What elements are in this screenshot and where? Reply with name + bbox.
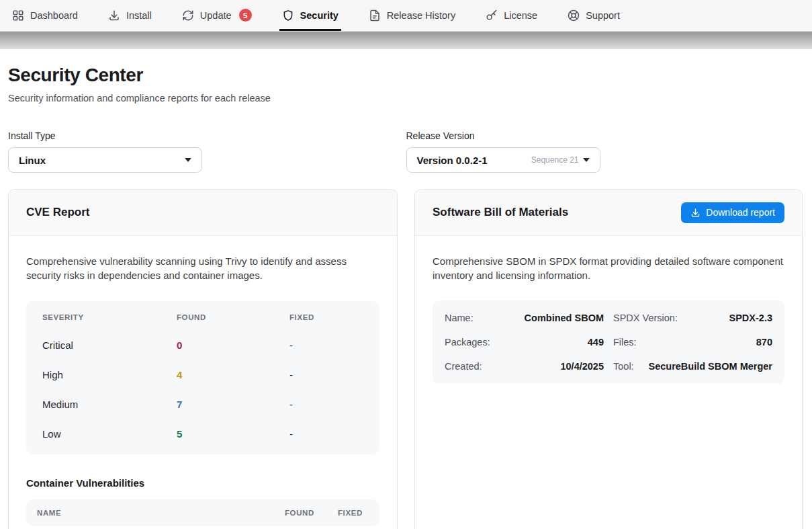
cve-report-description: Comprehensive vulnerability scanning usi… [26, 254, 379, 283]
sbom-detail-packages: Packages: 449 [445, 330, 604, 354]
sbom-card: Software Bill of Materials Download repo… [414, 189, 803, 529]
fixed-value: - [289, 428, 363, 440]
tab-release-history[interactable]: Release History [366, 0, 458, 31]
detail-value: 449 [588, 337, 604, 348]
chevron-down-icon [583, 158, 590, 162]
detail-label: Tool: [613, 361, 634, 372]
found-value: 7 [177, 399, 289, 410]
col-fixed: FIXED [338, 509, 369, 517]
sbom-row: Name: Combined SBOM SPDX Version: SPDX-2… [445, 306, 772, 330]
sbom-detail-name: Name: Combined SBOM [445, 306, 604, 330]
chevron-down-icon [185, 158, 191, 162]
fixed-value: - [289, 399, 363, 410]
page-title: Security Center [8, 65, 804, 86]
tab-license[interactable]: License [483, 0, 540, 31]
life-buoy-icon [568, 9, 580, 22]
col-found: FOUND [177, 313, 289, 321]
found-value: 4 [177, 369, 289, 380]
release-version-value: Version 0.0.2-1 [417, 155, 488, 166]
download-icon [108, 9, 120, 22]
detail-value: SecureBuild SBOM Merger [648, 361, 772, 372]
detail-label: Created: [445, 361, 482, 372]
fixed-value: - [289, 339, 363, 351]
detail-value: SPDX-2.3 [729, 313, 772, 323]
tab-label: Release History [387, 10, 455, 21]
install-type-value: Linux [19, 155, 46, 166]
found-value: 0 [177, 339, 289, 351]
sequence-label: Sequence 21 [531, 155, 579, 165]
install-type-label: Install Type [8, 130, 406, 141]
cve-report-header: CVE Report [9, 190, 397, 236]
update-count-badge: 5 [239, 9, 252, 22]
filters-row: Install Type Linux Release Version Versi… [8, 130, 804, 173]
sbom-detail-files: Files: 870 [613, 330, 772, 354]
severity-row-critical: Critical 0 - [26, 331, 379, 360]
severity-row-low: Low 5 - [26, 419, 379, 449]
sbom-detail-spdx-version: SPDX Version: SPDX-2.3 [613, 306, 772, 330]
download-report-label: Download report [706, 207, 775, 218]
severity-table-header: SEVERITY FOUND FIXED [26, 304, 379, 331]
detail-value: 870 [756, 337, 772, 348]
container-vulnerabilities-title: Container Vulnerabilities [26, 477, 379, 489]
detail-value: Combined SBOM [525, 313, 604, 323]
cve-report-title: CVE Report [26, 206, 89, 219]
shield-icon [282, 9, 294, 22]
sbom-row: Packages: 449 Files: 870 [445, 330, 772, 354]
refresh-icon [182, 9, 194, 22]
tab-label: Update [200, 10, 232, 21]
tab-label: Security [300, 10, 339, 21]
download-report-button[interactable]: Download report [681, 202, 784, 223]
key-icon [486, 9, 498, 22]
sbom-detail-created: Created: 10/4/2025 [445, 354, 604, 378]
detail-label: Files: [613, 337, 637, 348]
detail-label: Name: [445, 313, 473, 323]
release-version-select[interactable]: Version 0.0.2-1 Sequence 21 [406, 147, 600, 173]
top-navigation: Dashboard Install Update 5 Security Rele… [0, 0, 812, 32]
severity-row-high: High 4 - [26, 360, 379, 390]
tab-update[interactable]: Update 5 [179, 0, 255, 31]
cards-row: CVE Report Comprehensive vulnerability s… [8, 189, 804, 529]
page-subtitle: Security information and compliance repo… [8, 93, 804, 104]
install-type-filter: Install Type Linux [8, 130, 406, 173]
detail-label: Packages: [445, 337, 490, 348]
main-content: Security Center Security information and… [0, 65, 812, 529]
release-version-filter: Release Version Version 0.0.2-1 Sequence… [406, 130, 805, 173]
header-shadow-bar [0, 32, 812, 49]
detail-value: 10/4/2025 [560, 361, 604, 372]
release-version-label: Release Version [406, 130, 805, 141]
tab-security[interactable]: Security [279, 0, 341, 31]
install-type-select[interactable]: Linux [8, 147, 202, 173]
cve-report-body: Comprehensive vulnerability scanning usi… [9, 236, 397, 529]
tab-dashboard[interactable]: Dashboard [9, 0, 81, 31]
file-text-icon [369, 9, 381, 22]
tab-support[interactable]: Support [565, 0, 623, 31]
severity-label: Critical [42, 339, 177, 351]
col-fixed: FIXED [289, 313, 363, 321]
container-vulnerabilities-header: NAME FOUND FIXED [26, 499, 379, 526]
tab-label: License [504, 10, 537, 21]
tab-label: Dashboard [30, 10, 78, 21]
sbom-row: Created: 10/4/2025 Tool: SecureBuild SBO… [445, 354, 772, 378]
col-name: NAME [37, 509, 285, 517]
severity-label: Medium [42, 399, 177, 410]
tab-label: Install [126, 10, 152, 21]
sbom-body: Comprehensive SBOM in SPDX format provid… [415, 236, 802, 402]
dashboard-icon [12, 9, 24, 22]
found-value: 5 [177, 428, 289, 440]
sbom-title: Software Bill of Materials [433, 206, 568, 219]
tab-label: Support [586, 10, 620, 21]
download-icon [690, 208, 701, 218]
detail-label: SPDX Version: [613, 313, 678, 323]
sbom-header: Software Bill of Materials Download repo… [415, 190, 802, 236]
col-severity: SEVERITY [42, 313, 177, 321]
tab-install[interactable]: Install [105, 0, 154, 31]
cve-report-card: CVE Report Comprehensive vulnerability s… [8, 189, 398, 529]
col-found: FOUND [285, 509, 338, 517]
sbom-description: Comprehensive SBOM in SPDX format provid… [433, 254, 784, 283]
severity-label: Low [42, 428, 177, 440]
sbom-details-grid: Name: Combined SBOM SPDX Version: SPDX-2… [433, 300, 784, 384]
severity-label: High [42, 369, 177, 380]
fixed-value: - [289, 369, 363, 380]
severity-row-medium: Medium 7 - [26, 390, 379, 419]
severity-table: SEVERITY FOUND FIXED Critical 0 - High 4… [26, 301, 379, 454]
